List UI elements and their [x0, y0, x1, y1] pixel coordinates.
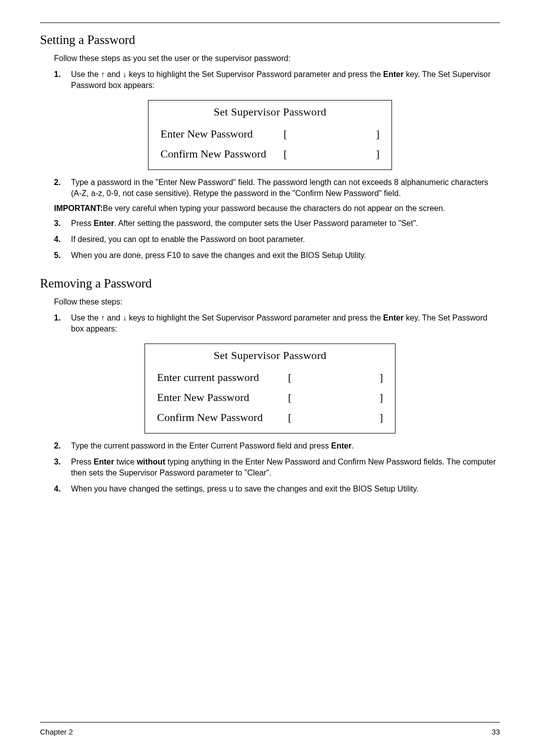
spacer — [40, 500, 500, 722]
bracket-open: [ — [285, 411, 292, 424]
page: Setting a Password Follow these steps as… — [0, 0, 540, 756]
enter-current-password-row: Enter current password [ ] — [157, 371, 383, 384]
down-arrow-icon: ↓ — [122, 70, 126, 78]
dialog-title: Set Supervisor Password — [160, 106, 380, 118]
step-body: When you are done, press F10 to save the… — [71, 250, 500, 261]
step-number: 2. — [54, 177, 71, 199]
step-number: 4. — [54, 484, 71, 494]
important-label: IMPORTANT: — [54, 204, 102, 212]
setting-step-1: 1. Use the ↑ and ↓ keys to highlight the… — [54, 69, 500, 91]
step-number: 2. — [54, 440, 71, 452]
top-rule — [40, 22, 500, 23]
removing-steps-cont: 2. Type the current password in the Ente… — [54, 440, 500, 500]
bracket-open: [ — [280, 148, 287, 160]
step-body: Use the ↑ and ↓ keys to highlight the Se… — [71, 312, 500, 334]
enter-new-password-row: Enter New Password [ ] — [157, 391, 383, 404]
field-label: Confirm New Password — [157, 411, 285, 424]
bracket-close: ] — [380, 411, 383, 424]
step-body: Type a password in the "Enter New Passwo… — [71, 177, 500, 199]
removing-step-2: 2. Type the current password in the Ente… — [54, 440, 500, 452]
setting-steps-cont: 2. Type a password in the "Enter New Pas… — [54, 177, 500, 204]
up-arrow-icon: ↑ — [101, 70, 105, 78]
confirm-new-password-row: Confirm New Password [ ] — [160, 148, 380, 160]
dialog-title: Set Supervisor Password — [157, 349, 383, 362]
heading-setting-password: Setting a Password — [40, 33, 500, 47]
footer: Chapter 2 33 — [40, 728, 500, 736]
bracket-open: [ — [285, 391, 292, 404]
removing-intro: Follow these steps: — [54, 298, 500, 306]
step-number: 3. — [54, 218, 71, 229]
step-number: 1. — [54, 312, 71, 334]
enter-new-password-row: Enter New Password [ ] — [160, 128, 380, 140]
bracket-open: [ — [280, 128, 287, 140]
step-body: Press Enter twice without typing anythin… — [71, 456, 500, 478]
step-number: 3. — [54, 456, 71, 478]
important-text: Be very careful when typing your passwor… — [102, 204, 445, 212]
enter-key: Enter — [383, 314, 404, 322]
heading-removing-password: Removing a Password — [40, 276, 500, 290]
step-body: When you have changed the settings, pres… — [71, 484, 500, 494]
field-label: Enter New Password — [157, 391, 285, 404]
setting-steps: 1. Use the ↑ and ↓ keys to highlight the… — [54, 69, 500, 96]
enter-key: Enter — [331, 442, 352, 450]
removing-step-1: 1. Use the ↑ and ↓ keys to highlight the… — [54, 312, 500, 334]
removing-step-3: 3. Press Enter twice without typing anyt… — [54, 456, 500, 478]
step-body: Press Enter. After setting the password,… — [71, 218, 500, 229]
enter-key: Enter — [94, 458, 114, 466]
footer-chapter: Chapter 2 — [40, 728, 73, 736]
bracket-close: ] — [380, 391, 383, 404]
enter-key: Enter — [383, 70, 404, 78]
setting-step-4: 4. If desired, you can opt to enable the… — [54, 234, 500, 245]
removing-steps: 1. Use the ↑ and ↓ keys to highlight the… — [54, 312, 500, 340]
up-arrow-icon: ↑ — [101, 314, 105, 322]
step-number: 5. — [54, 250, 71, 261]
setting-step-5: 5. When you are done, press F10 to save … — [54, 250, 500, 261]
without-bold: without — [137, 458, 166, 466]
enter-key: Enter — [94, 219, 114, 228]
confirm-new-password-row: Confirm New Password [ ] — [157, 411, 383, 424]
remove-password-dialog: Set Supervisor Password Enter current pa… — [144, 344, 396, 434]
bracket-close: ] — [380, 371, 383, 384]
setting-step-2: 2. Type a password in the "Enter New Pas… — [54, 177, 500, 199]
bracket-open: [ — [285, 371, 292, 384]
removing-step-4: 4. When you have changed the settings, p… — [54, 484, 500, 494]
bracket-close: ] — [376, 128, 380, 140]
field-label: Confirm New Password — [160, 148, 280, 160]
step-body: Type the current password in the Enter C… — [71, 440, 500, 452]
step-body: If desired, you can opt to enable the Pa… — [71, 234, 500, 245]
field-label: Enter New Password — [160, 128, 280, 140]
setting-intro: Follow these steps as you set the user o… — [54, 54, 500, 63]
step-body: Use the ↑ and ↓ keys to highlight the Se… — [71, 69, 500, 91]
bracket-close: ] — [376, 148, 380, 160]
field-label: Enter current password — [157, 371, 285, 384]
setting-step-3: 3. Press Enter. After setting the passwo… — [54, 218, 500, 229]
step-number: 4. — [54, 234, 71, 245]
down-arrow-icon: ↓ — [122, 314, 126, 322]
important-note: IMPORTANT:Be very careful when typing yo… — [54, 204, 500, 213]
setting-steps-cont2: 3. Press Enter. After setting the passwo… — [54, 218, 500, 266]
set-password-dialog: Set Supervisor Password Enter New Passwo… — [148, 100, 392, 170]
footer-page-number: 33 — [492, 728, 500, 736]
bottom-rule — [40, 722, 500, 722]
step-number: 1. — [54, 69, 71, 91]
